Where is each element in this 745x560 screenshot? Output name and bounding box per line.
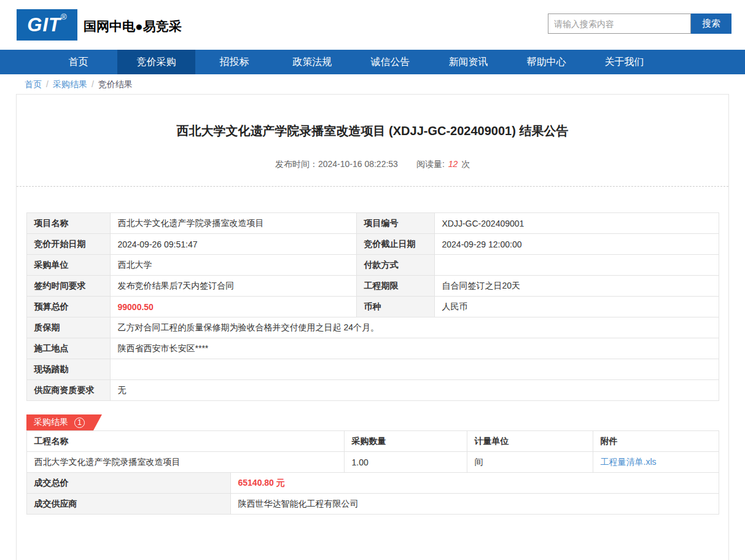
breadcrumb-separator: / <box>92 79 94 89</box>
field-value: 无 <box>110 380 719 401</box>
field-value: 西北大学 <box>110 255 356 276</box>
field-value: 自合同签订之日20天 <box>434 276 719 297</box>
nav-item-help[interactable]: 帮助中心 <box>507 50 585 74</box>
logo-registered-icon: ® <box>61 12 67 21</box>
table-row: 项目名称 西北大学文化遗产学院录播室改造项目 项目编号 XDJJ-GC-2024… <box>26 213 719 234</box>
field-label: 施工地点 <box>26 338 110 359</box>
table-row: 预算总价 99000.50 币种 人民币 <box>26 297 719 317</box>
badge-count: 1 <box>74 418 85 428</box>
table-row: 供应商资质要求 无 <box>26 380 719 401</box>
field-value: XDJJ-GC-202409001 <box>434 213 719 234</box>
field-label: 竞价截止日期 <box>356 234 434 255</box>
site-title: 国网中电●易竞采 <box>84 18 182 35</box>
nav-item-home[interactable]: 首页 <box>39 50 117 74</box>
column-header: 工程名称 <box>26 431 344 452</box>
field-label: 项目编号 <box>356 213 434 234</box>
table-row: 施工地点 陕西省西安市长安区**** <box>26 338 719 359</box>
result-table: 工程名称 采购数量 计量单位 附件 西北大学文化遗产学院录播室改造项目 1.00… <box>26 430 719 515</box>
quantity-cell: 1.00 <box>344 452 467 473</box>
views-unit: 次 <box>461 159 470 169</box>
search-input[interactable] <box>548 14 691 34</box>
field-label: 签约时间要求 <box>26 276 110 297</box>
attachment-link[interactable]: 工程量清单.xls <box>601 457 657 467</box>
header: GIT ® 国网中电●易竞采 搜索 <box>0 0 745 50</box>
field-label: 供应商资质要求 <box>26 380 110 401</box>
announcement-title: 西北大学文化遗产学院录播室改造项目 (XDJJ-GC-202409001) 结果… <box>17 123 728 139</box>
table-header-row: 工程名称 采购数量 计量单位 附件 <box>26 431 719 452</box>
result-badge-row: 采购结果 1 <box>26 414 719 430</box>
nav-item-policy[interactable]: 政策法规 <box>273 50 351 74</box>
project-info-table: 项目名称 西北大学文化遗产学院录播室改造项目 项目编号 XDJJ-GC-2024… <box>26 212 719 401</box>
search-bar: 搜索 <box>548 14 731 34</box>
table-row: 采购单位 西北大学 付款方式 <box>26 255 719 276</box>
content-card: 西北大学文化遗产学院录播室改造项目 (XDJJ-GC-202409001) 结果… <box>16 94 729 560</box>
budget-total-value: 99000.50 <box>110 297 356 317</box>
table-row: 竞价开始日期 2024-09-26 09:51:47 竞价截止日期 2024-0… <box>26 234 719 255</box>
breadcrumb-current: 竞价结果 <box>98 79 133 89</box>
deal-total-unit: 元 <box>276 478 285 488</box>
deal-total-value: 65140.80 <box>238 478 274 488</box>
nav-item-tender[interactable]: 招投标 <box>195 50 273 74</box>
badge-label: 采购结果 <box>34 417 68 428</box>
table-row: 现场踏勘 <box>26 359 719 380</box>
field-label: 工程期限 <box>356 276 434 297</box>
divider <box>17 186 728 187</box>
breadcrumb-section[interactable]: 采购结果 <box>53 79 87 89</box>
deal-total-price: 65140.80 元 <box>230 473 719 494</box>
field-value: 2024-09-26 09:51:47 <box>110 234 356 255</box>
supplier-name: 陕西世华达智能化工程有限公司 <box>230 494 719 515</box>
field-label: 质保期 <box>26 317 110 338</box>
table-row: 签约时间要求 发布竞价结果后7天内签订合同 工程期限 自合同签订之日20天 <box>26 276 719 297</box>
field-label: 成交总价 <box>26 473 230 494</box>
field-value <box>434 255 719 276</box>
column-header: 采购数量 <box>344 431 467 452</box>
column-header: 计量单位 <box>467 431 593 452</box>
table-row: 成交总价 65140.80 元 <box>26 473 719 494</box>
field-label: 项目名称 <box>26 213 110 234</box>
publish-time-value: 2024-10-16 08:22:53 <box>318 159 398 169</box>
field-label: 币种 <box>356 297 434 317</box>
breadcrumb-separator: / <box>46 79 49 89</box>
table-row: 质保期 乙方对合同工程的质量保修期为验收合格并交付使用之日起 24个月。 <box>26 317 719 338</box>
views-count: 12 <box>448 159 458 169</box>
field-label: 竞价开始日期 <box>26 234 110 255</box>
unit-cell: 间 <box>467 452 593 473</box>
field-value: 人民币 <box>434 297 719 317</box>
attachment-cell: 工程量清单.xls <box>593 452 719 473</box>
table-row: 西北大学文化遗产学院录播室改造项目 1.00 间 工程量清单.xls <box>26 452 719 473</box>
search-button[interactable]: 搜索 <box>691 14 731 34</box>
nav-item-integrity[interactable]: 诚信公告 <box>351 50 429 74</box>
main-nav: 首页 竞价采购 招投标 政策法规 诚信公告 新闻资讯 帮助中心 关于我们 <box>0 50 745 74</box>
table-row: 成交供应商 陕西世华达智能化工程有限公司 <box>26 494 719 515</box>
publish-time-label: 发布时间： <box>275 159 318 169</box>
column-header: 附件 <box>593 431 719 452</box>
field-value: 2024-09-29 12:00:00 <box>434 234 719 255</box>
nav-item-about[interactable]: 关于我们 <box>585 50 663 74</box>
article-meta: 发布时间：2024-10-16 08:22:53阅读量: 12 次 <box>17 159 728 170</box>
project-name-cell: 西北大学文化遗产学院录播室改造项目 <box>26 452 344 473</box>
nav-item-bidding-procurement[interactable]: 竞价采购 <box>117 50 195 74</box>
breadcrumb-home[interactable]: 首页 <box>25 79 42 89</box>
logo-text: GIT <box>27 14 61 36</box>
views-label: 阅读量: <box>416 159 445 169</box>
result-badge: 采购结果 1 <box>26 414 102 430</box>
field-value <box>110 359 719 380</box>
field-value: 陕西省西安市长安区**** <box>110 338 719 359</box>
field-label: 成交供应商 <box>26 494 230 515</box>
field-value: 西北大学文化遗产学院录播室改造项目 <box>110 213 356 234</box>
field-label: 现场踏勘 <box>26 359 110 380</box>
field-label: 付款方式 <box>356 255 434 276</box>
field-label: 预算总价 <box>26 297 110 317</box>
site-logo[interactable]: GIT ® <box>17 9 77 41</box>
field-label: 采购单位 <box>26 255 110 276</box>
field-value: 发布竞价结果后7天内签订合同 <box>110 276 356 297</box>
nav-item-news[interactable]: 新闻资讯 <box>429 50 507 74</box>
breadcrumb: 首页/采购结果/竞价结果 <box>0 74 745 94</box>
field-value: 乙方对合同工程的质量保修期为验收合格并交付使用之日起 24个月。 <box>110 317 719 338</box>
